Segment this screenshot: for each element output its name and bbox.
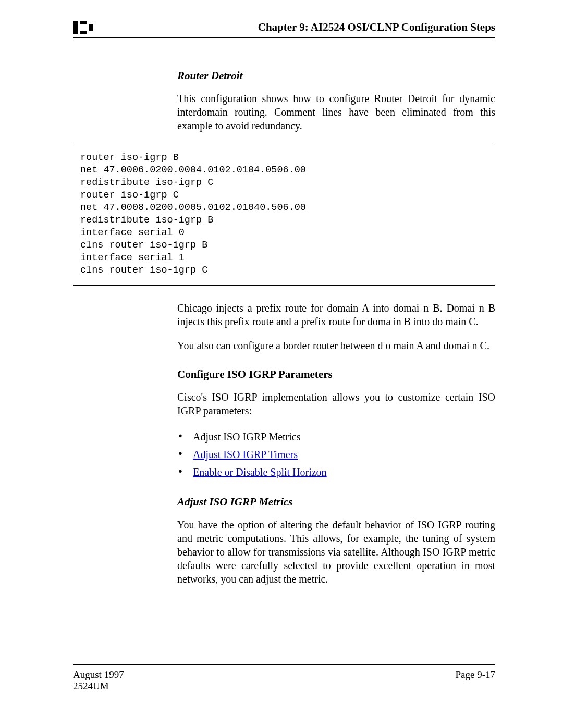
code-block-router-config: router iso-igrp B net 47.0006.0200.0004.… [73, 151, 495, 278]
para-chicago-injects: Chicago injects a prefix route for domai… [177, 301, 495, 328]
section-router-detroit: Router Detroit This configuration shows … [177, 69, 495, 132]
list-item: Adjust ISO IGRP Metrics [177, 428, 495, 446]
heading-configure-iso-igrp: Configure ISO IGRP Parameters [177, 368, 495, 381]
para-border-router: You also can configure a border router b… [177, 339, 495, 352]
section-adjust-metrics: Adjust ISO IGRP Metrics You have the opt… [177, 496, 495, 586]
list-item: Enable or Disable Split Horizon [177, 463, 495, 481]
footer-doc-id: 2524UM [73, 681, 124, 692]
link-adjust-timers[interactable]: Adjust ISO IGRP Timers [193, 449, 298, 460]
bullet-list-parameters: Adjust ISO IGRP Metrics Adjust ISO IGRP … [177, 428, 495, 481]
bullet-text-metrics: Adjust ISO IGRP Metrics [193, 431, 300, 442]
company-logo-icon [73, 21, 94, 34]
svg-rect-2 [80, 31, 87, 34]
svg-rect-3 [89, 24, 93, 31]
heading-adjust-metrics: Adjust ISO IGRP Metrics [177, 496, 495, 509]
svg-rect-0 [73, 21, 78, 34]
footer-left: August 1997 2524UM [73, 669, 124, 692]
footer-page-number: Page 9-17 [455, 669, 495, 692]
chapter-title: Chapter 9: AI2524 OSI/CLNP Configuration… [258, 21, 495, 34]
para-router-detroit-intro: This configuration shows how to configur… [177, 92, 495, 132]
para-adjust-metrics: You have the option of altering the defa… [177, 518, 495, 586]
para-configure-intro: Cisco's ISO IGRP implementation allows y… [177, 390, 495, 417]
after-code-block: Chicago injects a prefix route for domai… [177, 301, 495, 352]
divider-top [73, 143, 495, 143]
svg-rect-1 [80, 21, 87, 24]
section-configure-iso-igrp: Configure ISO IGRP Parameters Cisco's IS… [177, 368, 495, 481]
page-header: Chapter 9: AI2524 OSI/CLNP Configuration… [73, 21, 495, 38]
link-split-horizon[interactable]: Enable or Disable Split Horizon [193, 466, 327, 478]
document-page: Chapter 9: AI2524 OSI/CLNP Configuration… [0, 0, 563, 718]
divider-bottom [73, 285, 495, 286]
page-footer: August 1997 2524UM Page 9-17 [73, 664, 495, 692]
heading-router-detroit: Router Detroit [177, 69, 495, 82]
footer-date: August 1997 [73, 669, 124, 681]
list-item: Adjust ISO IGRP Timers [177, 446, 495, 463]
